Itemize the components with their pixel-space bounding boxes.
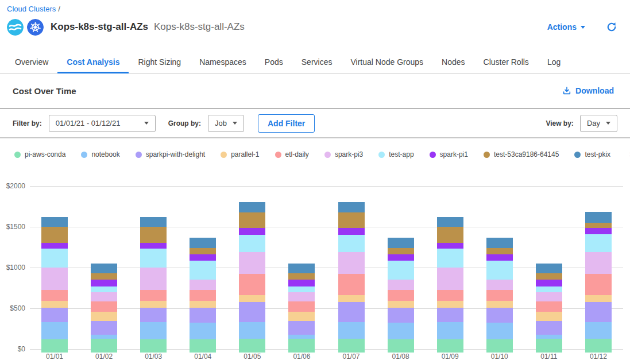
bar-segment-spark-pi3 [437,268,463,290]
bar-segment-sparkpi-with-delight [140,308,167,322]
actions-button[interactable]: Actions [544,20,589,34]
legend-item-sparkpi-with-delight[interactable]: sparkpi-with-delight [136,150,205,158]
bar-01-07[interactable] [338,202,365,353]
bar-segment-sparkpi-with-delight [486,308,513,323]
bar-segment-test-app [239,235,265,253]
bar-segment-etl-daily [437,290,463,301]
legend-item-etl-daily[interactable]: etl-daily [275,150,309,158]
bar-segment-test-pkix [338,202,365,212]
tab-overview[interactable]: Overview [6,52,57,73]
bar-segment-pi-aws-conda [91,339,117,353]
refresh-button[interactable] [605,20,619,34]
add-filter-button[interactable]: Add Filter [258,114,315,133]
bar-01-05[interactable] [239,202,265,353]
bar-segment-sparkpi-with-delight [239,302,265,322]
bar-segment-test-pkix [288,264,315,273]
bar-segment-test-app [388,261,414,280]
bar-segment-test-app [437,249,463,268]
y-axis-tick-label: $0 [0,345,25,353]
legend-label: spark-pi1 [440,150,468,158]
bar-segment-spark-pi3 [388,280,414,290]
tab-pods[interactable]: Pods [256,52,292,73]
bar-segment-etl-daily [41,290,68,301]
tab-virtual-node-groups[interactable]: Virtual Node Groups [341,52,432,73]
group-by-select[interactable]: Job [208,115,244,132]
bar-segment-parallel-1 [437,301,463,308]
bar-segment-parallel-1 [41,301,68,308]
bar-segment-spark-pi3 [288,292,315,301]
bar-segment-parallel-1 [536,312,562,321]
chart-legend: pi-aws-condanotebooksparkpi-with-delight… [0,138,630,168]
bar-01-01[interactable] [41,217,68,353]
bar-segment-notebook [437,322,463,339]
bar-segment-pi-aws-conda [41,339,68,353]
legend-swatch-icon [378,152,385,158]
legend-label: test-pkix [585,150,610,158]
gridline [30,349,623,350]
download-label: Download [575,86,614,95]
bar-01-06[interactable] [288,264,315,353]
date-range-value: 01/01/21 - 01/12/21 [56,119,121,127]
bar-segment-sparkpi-with-delight [91,321,117,335]
x-axis-tick-label: 01/01 [37,353,72,361]
legend-item-parallel-1[interactable]: parallel-1 [221,150,259,158]
x-axis-tick-label: 01/11 [532,353,566,361]
bar-01-08[interactable] [388,238,414,353]
page-title: Kops-k8s-stg-all-AZs [51,21,148,33]
bar-segment-test-53ca9186-64145 [388,248,414,254]
legend-item-test-app[interactable]: test-app [378,150,413,158]
download-button[interactable]: Download [559,86,617,96]
bar-segment-spark-pi3 [536,292,562,301]
bar-segment-spark-pi1 [41,243,68,249]
bar-segment-sparkpi-with-delight [437,308,463,322]
y-axis-tick-label: $2000 [0,182,25,190]
bar-01-04[interactable] [190,238,216,353]
bar-01-02[interactable] [91,264,117,353]
legend-item-notebook[interactable]: notebook [81,150,119,158]
bar-01-09[interactable] [437,217,463,353]
bar-segment-test-pkix [585,212,612,222]
bar-segment-spark-pi1 [437,243,463,249]
x-axis-tick-label: 01/07 [334,353,369,361]
bar-01-12[interactable] [585,212,612,353]
tab-cluster-rolls[interactable]: Cluster Rolls [474,52,538,73]
legend-item-spark-pi3[interactable]: spark-pi3 [324,150,363,158]
bar-segment-spark-pi1 [585,228,612,234]
section-header: Cost Over Time Download [0,73,630,109]
bar-segment-test-pkix [536,264,562,273]
legend-item-spark-pi1[interactable]: spark-pi1 [430,150,468,158]
legend-label: parallel-1 [231,150,259,158]
view-by-select[interactable]: Day [580,115,617,132]
bar-segment-pi-aws-conda [190,339,216,353]
bar-01-10[interactable] [486,238,513,353]
tab-nodes[interactable]: Nodes [432,52,474,73]
bar-segment-parallel-1 [388,301,414,308]
bar-segment-parallel-1 [140,301,167,308]
legend-swatch-icon [324,152,331,158]
deselect-all-button[interactable]: ×Deselect All [626,145,630,164]
tab-right-sizing[interactable]: Right Sizing [129,52,190,73]
bar-segment-pi-aws-conda [239,339,265,353]
date-range-select[interactable]: 01/01/21 - 01/12/21 [49,115,156,132]
bar-segment-notebook [239,322,265,339]
tab-namespaces[interactable]: Namespaces [190,52,256,73]
bar-segment-notebook [338,322,365,339]
tab-services[interactable]: Services [292,52,342,73]
legend-label: test-app [389,150,413,158]
legend-item-test-pkix[interactable]: test-pkix [574,150,610,158]
section-title: Cost Over Time [13,86,76,96]
group-by-label: Group by: [168,119,201,127]
breadcrumb-link-cloud-clusters[interactable]: Cloud Clusters [7,5,56,13]
bar-segment-etl-daily [338,274,365,295]
bar-segment-parallel-1 [585,295,612,302]
view-by-label: View by: [546,119,573,127]
legend-item-test-53ca9186-64145[interactable]: test-53ca9186-64145 [484,150,559,158]
bar-01-03[interactable] [140,217,167,353]
legend-item-pi-aws-conda[interactable]: pi-aws-conda [14,150,65,158]
bar-segment-test-53ca9186-64145 [288,273,315,280]
tab-log[interactable]: Log [538,52,570,73]
bar-segment-spark-pi3 [190,280,216,290]
tab-cost-analysis[interactable]: Cost Analysis [57,52,129,73]
bar-segment-spark-pi1 [288,280,315,286]
bar-01-11[interactable] [536,264,562,353]
